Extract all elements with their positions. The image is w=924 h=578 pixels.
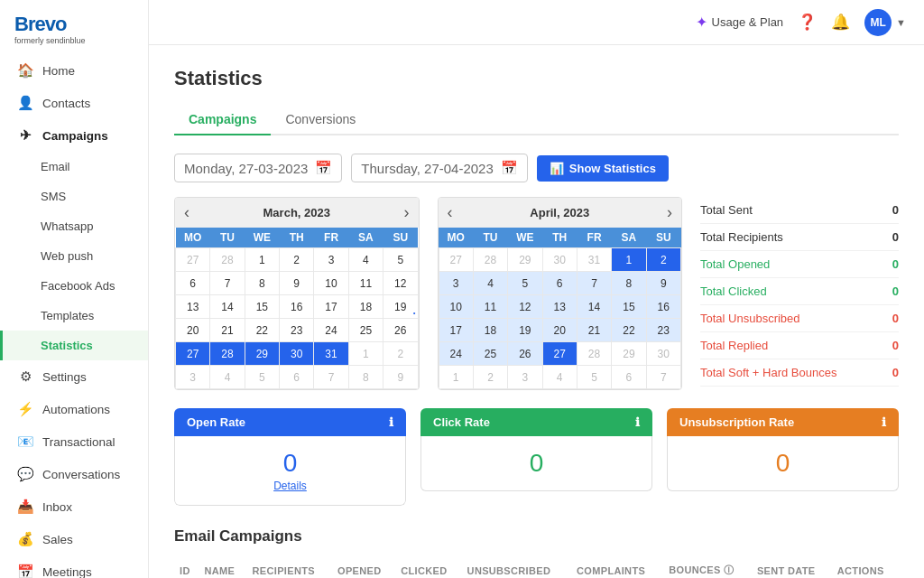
cal-day[interactable]: 31	[577, 248, 611, 272]
cal-day[interactable]: 23	[646, 319, 680, 342]
cal-day[interactable]: 7	[314, 366, 348, 389]
cal-day[interactable]: 3	[176, 366, 210, 389]
cal-day[interactable]: 28	[210, 342, 245, 366]
cal-day[interactable]: 29	[508, 248, 542, 272]
cal-day[interactable]: 21	[210, 319, 245, 342]
cal-day[interactable]: 3	[508, 366, 542, 389]
unsub-rate-info-icon[interactable]: ℹ	[882, 415, 886, 429]
sidebar-item-facebook[interactable]: Facebook Ads	[0, 271, 148, 301]
cal-day[interactable]: 4	[210, 366, 245, 389]
cal-day[interactable]: 25	[348, 319, 383, 342]
cal-day[interactable]: 3	[314, 248, 348, 272]
cal-day[interactable]: 18	[473, 319, 507, 342]
cal-day[interactable]: 27	[176, 248, 210, 272]
sidebar-item-templates[interactable]: Templates	[0, 301, 148, 331]
sidebar-item-email[interactable]: Email	[0, 152, 148, 182]
sidebar-item-conversations[interactable]: 💬 Conversations	[0, 458, 148, 490]
prev-month-button[interactable]: ‹	[184, 203, 189, 222]
sidebar-item-automations[interactable]: ⚡ Automations	[0, 393, 148, 425]
cal-day[interactable]: 22	[612, 319, 646, 342]
cal-day[interactable]: 5	[508, 272, 542, 295]
cal-day[interactable]: 18	[348, 295, 383, 319]
sidebar-item-webpush[interactable]: Web push	[0, 241, 148, 271]
open-rate-details-link[interactable]: Details	[273, 480, 307, 492]
cal-day[interactable]: 20	[176, 319, 210, 342]
cal-day[interactable]: 27	[439, 248, 473, 272]
open-rate-info-icon[interactable]: ℹ	[389, 415, 393, 429]
cal-day[interactable]: 6	[612, 366, 646, 389]
cal-day[interactable]: 8	[245, 272, 279, 295]
cal-day[interactable]: 27	[176, 342, 210, 366]
cal-day[interactable]: 29	[245, 342, 279, 366]
cal-day[interactable]: 13	[542, 295, 577, 319]
cal-day[interactable]: 4	[542, 366, 577, 389]
cal-day[interactable]: 6	[176, 272, 210, 295]
tab-campaigns[interactable]: Campaigns	[174, 105, 271, 135]
cal-day[interactable]: 5	[383, 248, 418, 272]
cal-day[interactable]: 11	[348, 272, 383, 295]
cal-day[interactable]: 15	[245, 295, 279, 319]
sidebar-item-home[interactable]: 🏠 Home	[0, 54, 148, 87]
cal-day[interactable]: 1	[348, 342, 383, 366]
cal-day[interactable]: 28	[473, 248, 507, 272]
sidebar-item-campaigns[interactable]: ✈ Campaigns	[0, 119, 148, 152]
cal-day[interactable]: 21	[577, 319, 611, 342]
cal-day[interactable]: 6	[280, 366, 314, 389]
cal-day[interactable]: 2	[280, 248, 314, 272]
cal-day[interactable]: 19	[383, 295, 418, 319]
cal-day[interactable]: 23	[280, 319, 314, 342]
help-icon[interactable]: ❓	[798, 13, 817, 32]
cal-day[interactable]: 3	[439, 272, 473, 295]
click-rate-info-icon[interactable]: ℹ	[635, 415, 640, 429]
avatar[interactable]: ML	[864, 9, 892, 36]
cal-day[interactable]: 14	[577, 295, 611, 319]
usage-plan-button[interactable]: ✦ Usage & Plan	[696, 14, 784, 31]
cal-day[interactable]: 26	[383, 319, 418, 342]
cal-day[interactable]: 7	[646, 366, 680, 389]
cal-day[interactable]: 17	[439, 319, 473, 342]
cal-day[interactable]: 12	[508, 295, 542, 319]
cal-day[interactable]: 19	[508, 319, 542, 342]
cal-day[interactable]: 22	[245, 319, 279, 342]
cal-day[interactable]: 9	[280, 272, 314, 295]
cal-day[interactable]: 4	[348, 248, 383, 272]
cal-day[interactable]: 10	[439, 295, 473, 319]
cal-day[interactable]: 6	[542, 272, 577, 295]
cal-day[interactable]: 24	[439, 342, 473, 366]
sidebar-item-contacts[interactable]: 👤 Contacts	[0, 87, 148, 119]
prev-month-april-button[interactable]: ‹	[448, 203, 453, 222]
cal-day[interactable]: 7	[577, 272, 611, 295]
cal-day[interactable]: 8	[612, 272, 646, 295]
cal-day[interactable]: 14	[210, 295, 245, 319]
cal-day[interactable]: 1	[245, 248, 279, 272]
cal-day[interactable]: 2	[383, 342, 418, 366]
cal-day[interactable]: 13	[176, 295, 210, 319]
cal-day[interactable]: 1	[612, 248, 646, 272]
cal-day[interactable]: 15	[612, 295, 646, 319]
cal-day[interactable]: 26	[508, 342, 542, 366]
cal-day[interactable]: 8	[348, 366, 383, 389]
cal-day[interactable]: 17	[314, 295, 348, 319]
cal-day[interactable]: 2	[473, 366, 507, 389]
cal-day[interactable]: 25	[473, 342, 507, 366]
cal-day[interactable]: 1	[439, 366, 473, 389]
cal-day[interactable]: 30	[280, 342, 314, 366]
user-menu[interactable]: ML ▼	[864, 9, 906, 36]
sidebar-item-transactional[interactable]: 📧 Transactional	[0, 425, 148, 458]
cal-day[interactable]: 30	[542, 248, 577, 272]
sidebar-item-meetings[interactable]: 📅 Meetings	[0, 555, 148, 578]
cal-day[interactable]: 29	[612, 342, 646, 366]
cal-day[interactable]: 4	[473, 272, 507, 295]
cal-day[interactable]: 30	[646, 342, 680, 366]
cal-day[interactable]: 16	[280, 295, 314, 319]
sidebar-item-sms[interactable]: SMS	[0, 182, 148, 211]
bell-icon[interactable]: 🔔	[831, 13, 850, 32]
cal-day[interactable]: 28	[210, 248, 245, 272]
cal-day[interactable]: 31	[314, 342, 348, 366]
sidebar-item-settings[interactable]: ⚙ Settings	[0, 360, 148, 393]
cal-day[interactable]: 28	[577, 342, 611, 366]
next-month-march-button[interactable]: ›	[404, 203, 410, 222]
cal-day[interactable]: 5	[245, 366, 279, 389]
cal-day[interactable]: 24	[314, 319, 348, 342]
start-date-input[interactable]: Monday, 27-03-2023 📅	[174, 154, 342, 182]
